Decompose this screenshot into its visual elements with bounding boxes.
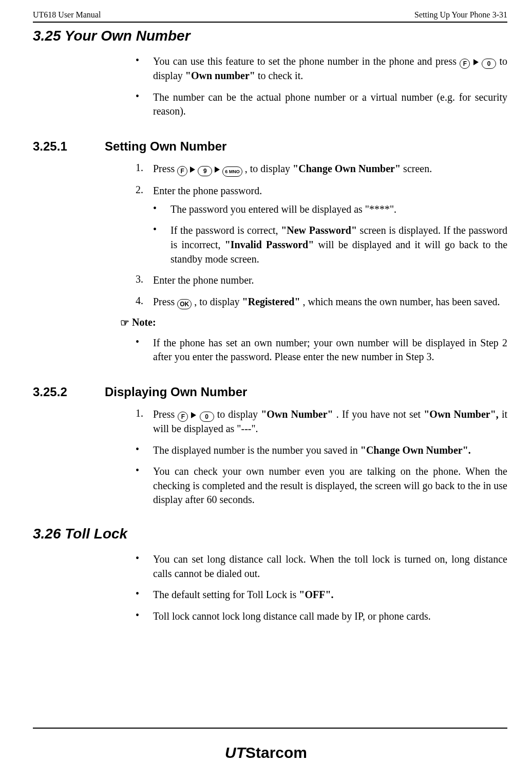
text: The number can be the actual phone numbe…	[153, 90, 507, 119]
bullet-marker: •	[153, 224, 170, 266]
text-bold: "Invalid Password"	[225, 239, 314, 250]
s3251-step2-sub2: • If the password is correct, "New Passw…	[153, 224, 507, 266]
text: The password you entered will be display…	[170, 202, 507, 217]
s3251-step-4: 4. Press OK , to display "Registered" , …	[136, 295, 507, 309]
text: If the password is correct,	[170, 225, 281, 236]
step-number: 3.	[136, 273, 153, 288]
bullet-marker: •	[136, 465, 153, 507]
key-0-icon: 0	[200, 412, 214, 422]
utstarcom-logo: UTStarcom	[0, 744, 532, 762]
bullet-marker: •	[136, 90, 153, 119]
bullet-marker: •	[136, 552, 153, 581]
subsection-number: 3.25.2	[33, 385, 105, 399]
note-text: Note:	[129, 317, 156, 328]
key-6mno-icon: 6 MNO	[222, 166, 242, 177]
subsection-number: 3.25.1	[33, 139, 105, 154]
text-bold: "Own Number",	[424, 408, 499, 420]
text: , which means the own number, has been s…	[303, 296, 500, 307]
text: to check it.	[258, 70, 303, 81]
header-right: Setting Up Your Phone 3-31	[414, 10, 507, 20]
subsection-3-25-2: 3.25.2 Displaying Own Number	[33, 385, 507, 399]
text: to display	[217, 408, 261, 420]
text: The displayed number is the number you s…	[153, 444, 360, 456]
text: , to display	[245, 163, 293, 174]
text: . If you have not set	[336, 408, 424, 420]
bullet-marker: •	[153, 202, 170, 217]
text: If the phone has set an own number; your…	[153, 336, 507, 364]
header-left: UT618 User Manual	[33, 10, 101, 20]
text-bold: "New Password"	[281, 225, 357, 236]
step-number: 2.	[136, 184, 153, 198]
text: The default setting for Toll Lock is	[153, 589, 299, 600]
logo-ut: UT	[225, 744, 245, 761]
step-number: 1.	[136, 162, 153, 177]
text: screen.	[403, 163, 432, 174]
arrow-icon	[190, 166, 195, 173]
text: You can check your own number even you a…	[153, 465, 507, 507]
text-bold: "Change Own Number"	[293, 163, 401, 174]
section-3-26-title: 3.26 Toll Lock	[33, 526, 507, 542]
key-9-icon: 9	[198, 166, 212, 176]
text: Enter the phone password.	[153, 184, 507, 198]
key-0-icon: 0	[482, 59, 496, 69]
s326-bullet-3: • Toll lock cannot lock long distance ca…	[136, 609, 507, 624]
text-bold: "Change Own Number".	[360, 444, 471, 456]
key-f-icon: F	[178, 412, 188, 422]
s3251-step-1: 1. Press F 9 6 MNO , to display "Change …	[136, 162, 507, 177]
section-3-25-title: 3.25 Your Own Number	[33, 28, 507, 44]
text: Press	[153, 296, 177, 307]
arrow-icon	[191, 412, 196, 418]
bullet-marker: •	[136, 609, 153, 624]
subsection-title: Setting Own Number	[105, 139, 226, 154]
logo-starcom: Starcom	[245, 744, 307, 761]
s3252-bullet-1: • The displayed number is the number you…	[136, 443, 507, 458]
bullet-marker: •	[136, 54, 153, 83]
bullet-marker: •	[136, 336, 153, 364]
s325-bullet-2: • The number can be the actual phone num…	[136, 90, 507, 119]
pointing-hand-icon: ☞	[120, 317, 129, 328]
text-bold: "Own Number"	[261, 408, 333, 420]
text-bold: "Registered"	[242, 296, 300, 307]
key-f-icon: F	[460, 59, 470, 69]
s3252-bullet-2: • You can check your own number even you…	[136, 465, 507, 507]
footer-divider	[33, 728, 507, 729]
s325-bullet-1: • You can use this feature to set the ph…	[136, 54, 507, 83]
arrow-icon	[215, 166, 220, 173]
arrow-icon	[473, 59, 479, 65]
text: Toll lock cannot lock long distance call…	[153, 609, 507, 624]
s326-bullet-1: • You can set long distance call lock. W…	[136, 552, 507, 581]
text: Enter the phone number.	[153, 273, 507, 288]
step-number: 1.	[136, 407, 153, 436]
s3251-step-2: 2. Enter the phone password.	[136, 184, 507, 198]
bullet-marker: •	[136, 443, 153, 458]
text: , to display	[194, 296, 242, 307]
subsection-3-25-1: 3.25.1 Setting Own Number	[33, 139, 507, 154]
s3251-note-bullet: • If the phone has set an own number; yo…	[136, 336, 507, 364]
subsection-title: Displaying Own Number	[105, 385, 247, 399]
s326-bullet-2: • The default setting for Toll Lock is "…	[136, 588, 507, 602]
bullet-marker: •	[136, 588, 153, 602]
s3251-step-3: 3. Enter the phone number.	[136, 273, 507, 288]
text: Press	[153, 408, 178, 420]
s3252-step-1: 1. Press F 0 to display "Own Number" . I…	[136, 407, 507, 436]
note-label: ☞ Note:	[120, 317, 507, 329]
s3251-step2-sub1: • The password you entered will be displ…	[153, 202, 507, 217]
header-divider	[33, 22, 507, 23]
text: Press	[153, 163, 177, 174]
text-bold: "Own number"	[185, 70, 255, 81]
key-f-icon: F	[177, 166, 187, 176]
text-bold: "OFF".	[299, 589, 333, 600]
key-ok-icon: OK	[177, 299, 192, 309]
text: You can use this feature to set the phon…	[153, 55, 460, 67]
step-number: 4.	[136, 295, 153, 309]
text: You can set long distance call lock. Whe…	[153, 552, 507, 581]
